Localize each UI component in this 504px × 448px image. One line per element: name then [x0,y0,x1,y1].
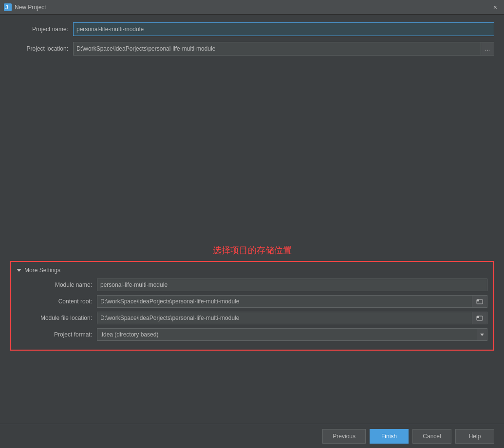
project-location-row: Project location: ... [10,42,494,56]
close-button[interactable]: × [490,3,500,12]
bottom-bar: Previous Finish Cancel Help [0,424,504,448]
project-location-input[interactable] [73,42,481,56]
project-format-row: Project format: .idea (directory based) … [17,328,487,341]
project-format-label: Project format: [17,331,97,338]
more-settings-toggle[interactable]: More Settings [17,267,487,274]
more-settings-section: More Settings Module name: Content root: [10,261,494,351]
project-name-input[interactable] [73,22,494,36]
content-root-label: Content root: [17,298,97,305]
browse-location-button[interactable]: ... [481,42,494,56]
dialog-title: New Project [15,4,46,11]
project-name-row: Project name: [10,22,494,36]
finish-button[interactable]: Finish [370,429,409,444]
module-file-location-label: Module file location: [17,315,97,321]
previous-button[interactable]: Previous [322,429,366,444]
browse-module-file-button[interactable] [472,312,487,324]
annotation: 选择项目的存储位置 [10,244,494,256]
project-format-select[interactable]: .idea (directory based) .ipr (file based… [97,328,487,341]
svg-rect-6 [477,317,479,318]
more-settings-title: More Settings [24,267,60,274]
toggle-arrow-icon [17,269,21,272]
module-name-label: Module name: [17,281,97,288]
module-file-location-input[interactable] [97,312,472,324]
module-name-row: Module name: [17,279,487,291]
content-root-input[interactable] [97,295,472,308]
project-name-label: Project name: [10,26,73,33]
content-root-row: Content root: [17,295,487,308]
module-name-input[interactable] [97,279,487,291]
svg-rect-7 [477,316,479,317]
svg-rect-4 [477,299,479,300]
app-icon: J [4,3,12,11]
title-bar: J New Project × [0,0,504,15]
cancel-button[interactable]: Cancel [412,429,451,444]
help-button[interactable]: Help [455,429,494,444]
module-file-location-row: Module file location: [17,312,487,324]
project-location-label: Project location: [10,45,73,52]
svg-text:J: J [5,5,8,10]
svg-rect-3 [477,300,479,301]
browse-content-root-button[interactable] [472,295,487,308]
